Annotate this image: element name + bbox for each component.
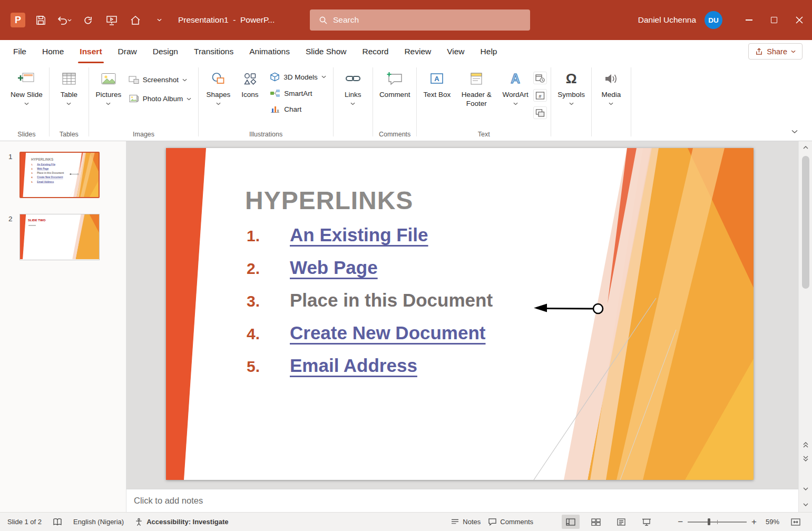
tab-view[interactable]: View bbox=[439, 40, 472, 63]
zoom-slider-thumb[interactable] bbox=[708, 518, 710, 525]
wordart-button[interactable]: A WordArt bbox=[500, 66, 531, 106]
previous-slide-button[interactable] bbox=[799, 439, 812, 450]
fit-slide-to-window-button[interactable] bbox=[787, 515, 805, 529]
arrow-annotation[interactable] bbox=[530, 299, 609, 318]
share-button[interactable]: Share bbox=[748, 43, 803, 60]
next-slide-button[interactable] bbox=[799, 453, 812, 464]
hyperlink-an-existing-file[interactable]: An Existing File bbox=[290, 224, 428, 245]
slide-thumbnail-2[interactable]: SLIDE TWO bbox=[19, 214, 100, 260]
home-button[interactable] bbox=[127, 12, 144, 28]
tab-design[interactable]: Design bbox=[145, 40, 186, 63]
photo-album-button[interactable]: Photo Album bbox=[125, 93, 195, 105]
scroll-down-button[interactable] bbox=[799, 484, 812, 494]
status-bar: Slide 1 of 2 English (Nigeria) Accessibi… bbox=[0, 512, 812, 531]
slide-indicator[interactable]: Slide 1 of 2 bbox=[7, 518, 42, 526]
spell-check-book-icon bbox=[52, 518, 63, 526]
powerpoint-logo-icon[interactable]: P bbox=[11, 13, 25, 27]
customize-qat-button[interactable] bbox=[151, 12, 168, 28]
hyperlink-email-address[interactable]: Email Address bbox=[290, 355, 417, 376]
undo-dropdown-chevron-icon bbox=[67, 19, 72, 22]
chart-button[interactable]: Chart bbox=[267, 103, 329, 115]
tab-home[interactable]: Home bbox=[34, 40, 72, 63]
list-number: 4. bbox=[31, 176, 35, 179]
slide-list: 1. An Existing File 2. Web Page 3. Place… bbox=[31, 163, 64, 184]
zoom-in-button[interactable]: + bbox=[751, 517, 757, 526]
text-place-in-this-document[interactable]: Place in this Document bbox=[290, 290, 493, 311]
smartart-button[interactable]: SmartArt bbox=[267, 87, 329, 99]
undo-button[interactable] bbox=[56, 12, 73, 28]
tab-animations[interactable]: Animations bbox=[241, 40, 298, 63]
language-selector[interactable]: English (Nigeria) bbox=[73, 518, 124, 526]
search-box[interactable] bbox=[310, 9, 530, 31]
tab-record[interactable]: Record bbox=[354, 40, 396, 63]
tab-file[interactable]: File bbox=[5, 40, 34, 63]
collapse-ribbon-button[interactable] bbox=[788, 127, 801, 136]
zoom-percentage[interactable]: 59% bbox=[761, 518, 779, 526]
slide-thumbnail-1[interactable]: HYPERLINKS 1. An Existing File 2. Web Pa… bbox=[19, 152, 100, 198]
slide-title[interactable]: HYPERLINKS bbox=[245, 186, 413, 215]
group-label-comments: Comments bbox=[373, 131, 417, 138]
tab-insert[interactable]: Insert bbox=[72, 40, 110, 63]
hyperlink-create-new-document[interactable]: Create New Document bbox=[290, 322, 485, 343]
ribbon-group-symbols: Ω Symbols bbox=[551, 64, 591, 141]
notes-pane[interactable]: Click to add notes bbox=[126, 489, 798, 512]
maximize-button[interactable] bbox=[761, 0, 787, 40]
text-box-button[interactable]: A Text Box bbox=[420, 66, 453, 101]
table-button[interactable]: Table bbox=[53, 66, 85, 106]
pictures-button[interactable]: Pictures bbox=[93, 66, 124, 106]
3d-models-button[interactable]: 3D Models bbox=[267, 71, 329, 83]
new-slide-button[interactable]: New Slide bbox=[8, 66, 45, 106]
notes-placeholder: Click to add notes bbox=[134, 496, 203, 506]
redo-button[interactable] bbox=[80, 12, 96, 28]
comment-button[interactable]: Comment bbox=[377, 66, 413, 101]
view-slide-sorter-button[interactable] bbox=[587, 515, 605, 529]
slide-number-button[interactable]: # bbox=[533, 89, 547, 102]
minimize-button[interactable] bbox=[736, 0, 761, 40]
images-small-buttons: Screenshot Photo Album bbox=[125, 66, 195, 105]
symbols-button[interactable]: Ω Symbols bbox=[555, 66, 588, 106]
search-input[interactable] bbox=[333, 15, 507, 25]
accessibility-checker[interactable]: Accessibility: Investigate bbox=[134, 518, 228, 526]
object-button[interactable] bbox=[533, 106, 547, 119]
comments-toggle-button[interactable]: Comments bbox=[488, 518, 533, 526]
links-button[interactable]: Links bbox=[337, 66, 369, 106]
scroll-up-button[interactable] bbox=[799, 142, 812, 153]
media-button[interactable]: Media bbox=[595, 66, 627, 106]
hyperlink-email-address[interactable]: Email Address bbox=[37, 180, 54, 183]
arrow-annotation[interactable] bbox=[69, 173, 80, 175]
hyperlink-web-page[interactable]: Web Page bbox=[290, 257, 378, 278]
chevron-down-icon bbox=[791, 50, 796, 53]
notes-scroll-down-button[interactable] bbox=[799, 499, 812, 510]
spell-check-button[interactable] bbox=[52, 518, 63, 526]
shapes-button[interactable]: Shapes bbox=[202, 66, 234, 106]
view-normal-button[interactable] bbox=[562, 515, 580, 529]
zoom-slider[interactable] bbox=[688, 522, 747, 523]
tab-review[interactable]: Review bbox=[396, 40, 439, 63]
slide-canvas[interactable]: HYPERLINKS 1. An Existing File 2. Web Pa… bbox=[166, 148, 754, 480]
screenshot-button[interactable]: Screenshot bbox=[125, 74, 195, 86]
account-avatar[interactable]: DU bbox=[705, 11, 722, 29]
text-place-in-this-document[interactable]: Place in this Document bbox=[37, 172, 64, 174]
tab-draw[interactable]: Draw bbox=[110, 40, 145, 63]
hyperlink-create-new-document[interactable]: Create New Document bbox=[37, 176, 63, 179]
start-slideshow-button[interactable] bbox=[103, 12, 120, 28]
date-time-button[interactable] bbox=[533, 72, 547, 84]
tab-transitions[interactable]: Transitions bbox=[186, 40, 241, 63]
title-bar: P Presentation1 - PowerP... bbox=[0, 0, 812, 40]
hyperlink-an-existing-file[interactable]: An Existing File bbox=[37, 163, 55, 165]
hyperlink-web-page[interactable]: Web Page bbox=[37, 168, 48, 170]
slide-title[interactable]: HYPERLINKS bbox=[31, 158, 53, 162]
zoom-out-button[interactable]: − bbox=[678, 517, 683, 526]
scrollbar-thumb[interactable] bbox=[802, 156, 809, 289]
save-button[interactable] bbox=[32, 12, 49, 28]
view-slide-show-button[interactable] bbox=[638, 515, 656, 529]
tab-slide-show[interactable]: Slide Show bbox=[298, 40, 355, 63]
view-reading-button[interactable] bbox=[612, 515, 630, 529]
close-button[interactable] bbox=[787, 0, 812, 40]
object-icon bbox=[535, 109, 545, 117]
header-footer-button[interactable]: Header & Footer bbox=[453, 66, 500, 110]
icons-button[interactable]: Icons bbox=[234, 66, 266, 101]
slide-canvas[interactable]: HYPERLINKS 1. An Existing File 2. Web Pa… bbox=[21, 153, 99, 197]
tab-help[interactable]: Help bbox=[473, 40, 505, 63]
notes-toggle-button[interactable]: Notes bbox=[451, 518, 481, 526]
